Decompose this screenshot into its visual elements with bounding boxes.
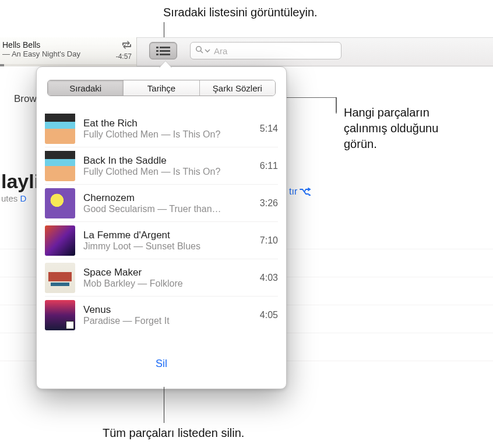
track-meta: Eat the Rich Fully Clothed Men — Is This… [83, 118, 252, 140]
track-meta: Chernozem Good Secularism — Truer than… [83, 192, 252, 214]
chevron-down-icon[interactable] [205, 45, 210, 56]
track-subtitle: Good Secularism — Truer than… [83, 204, 252, 214]
album-art [45, 188, 75, 218]
bg-meta-line: utes D [1, 193, 26, 203]
bg-browse-fragment: Brow [14, 93, 37, 105]
track-row[interactable]: Venus Paradise — Forget It 4:05 [45, 297, 278, 334]
annotation-right: Hangi parçaların çalınmış olduğunu görün… [344, 105, 438, 152]
track-row[interactable]: Space Maker Mob Barkley — Folklore 4:03 [45, 259, 278, 297]
track-subtitle: Mob Barkley — Folklore [83, 278, 252, 289]
time-remaining: -4:57 [116, 52, 132, 61]
annotation-right-l1: Hangi parçaların [344, 105, 438, 121]
track-row[interactable]: Chernozem Good Secularism — Truer than… … [45, 185, 278, 222]
album-art [45, 114, 75, 144]
now-playing-display[interactable]: Hells Bells — An Easy Night's Day -4:57 [0, 37, 137, 66]
album-art [45, 300, 75, 330]
svg-rect-5 [160, 54, 170, 55]
track-duration: 4:05 [260, 310, 278, 320]
progress-fill [0, 64, 4, 66]
tab-history[interactable]: Tarihçe [124, 80, 199, 96]
track-duration: 5:14 [260, 124, 278, 134]
track-duration: 7:10 [260, 235, 278, 246]
annotation-right-l3: görün. [344, 136, 438, 152]
track-duration: 3:26 [260, 198, 278, 209]
track-title: Space Maker [83, 267, 252, 278]
bg-playlist-heading: layli [1, 170, 40, 193]
annotation-bottom: Tüm parçaları listeden silin. [103, 426, 244, 440]
up-next-button[interactable] [149, 42, 177, 59]
annotation-right-l2: çalınmış olduğunu [344, 121, 438, 136]
track-meta: Back In the Saddle Fully Clothed Men — I… [83, 155, 252, 177]
tab-up-next[interactable]: Sıradaki [48, 80, 124, 96]
track-subtitle: Paradise — Forget It [83, 316, 252, 326]
track-duration: 4:03 [260, 273, 278, 283]
track-subtitle: Fully Clothed Men — Is This On? [83, 167, 252, 177]
album-art [45, 225, 75, 256]
svg-point-6 [196, 47, 201, 51]
popover-tabs: Sıradaki Tarihçe Şarkı Sözleri [47, 80, 276, 96]
svg-rect-1 [160, 47, 170, 48]
search-icon [195, 45, 203, 56]
track-meta: La Femme d'Argent Jimmy Loot — Sunset Bl… [83, 230, 252, 252]
list-icon [156, 45, 170, 56]
popover-arrow [159, 61, 172, 68]
shuffle-icon [300, 188, 311, 196]
shuffle-link[interactable]: tır [289, 186, 311, 197]
now-playing-album: — An Easy Night's Day [2, 50, 131, 58]
svg-rect-3 [160, 50, 170, 52]
search-field[interactable] [190, 42, 341, 59]
track-duration: 6:11 [260, 161, 278, 171]
search-input[interactable] [214, 46, 336, 56]
clear-button[interactable]: Sil [37, 358, 286, 370]
tab-lyrics[interactable]: Şarkı Sözleri [200, 80, 275, 96]
shuffle-label-fragment: tır [289, 186, 297, 197]
bg-meta-text: utes [1, 193, 17, 203]
track-title: Eat the Rich [83, 118, 252, 129]
track-row[interactable]: Back In the Saddle Fully Clothed Men — I… [45, 147, 278, 185]
track-meta: Space Maker Mob Barkley — Folklore [83, 267, 252, 289]
album-art [45, 263, 75, 293]
track-title: Chernozem [83, 192, 252, 204]
track-row[interactable]: Eat the Rich Fully Clothed Men — Is This… [45, 110, 278, 147]
track-title: Back In the Saddle [83, 155, 252, 167]
up-next-popover: Sıradaki Tarihçe Şarkı Sözleri Eat the R… [36, 66, 287, 389]
track-list: Eat the Rich Fully Clothed Men — Is This… [45, 110, 278, 348]
svg-line-7 [200, 51, 203, 53]
track-subtitle: Fully Clothed Men — Is This On? [83, 129, 252, 140]
bg-download-fragment: D [20, 193, 27, 203]
track-meta: Venus Paradise — Forget It [83, 304, 252, 326]
now-playing-title: Hells Bells [2, 40, 131, 50]
track-title: Venus [83, 304, 252, 316]
album-art [45, 151, 75, 181]
track-title: La Femme d'Argent [83, 230, 252, 241]
svg-rect-2 [156, 50, 159, 52]
repeat-icon[interactable] [121, 41, 132, 51]
track-subtitle: Jimmy Loot — Sunset Blues [83, 241, 252, 252]
annotation-bottom-leader [164, 387, 164, 423]
annotation-top: Sıradaki listesini görüntüleyin. [163, 6, 318, 19]
svg-rect-0 [156, 47, 159, 48]
track-row[interactable]: La Femme d'Argent Jimmy Loot — Sunset Bl… [45, 222, 278, 259]
svg-rect-4 [156, 54, 159, 55]
